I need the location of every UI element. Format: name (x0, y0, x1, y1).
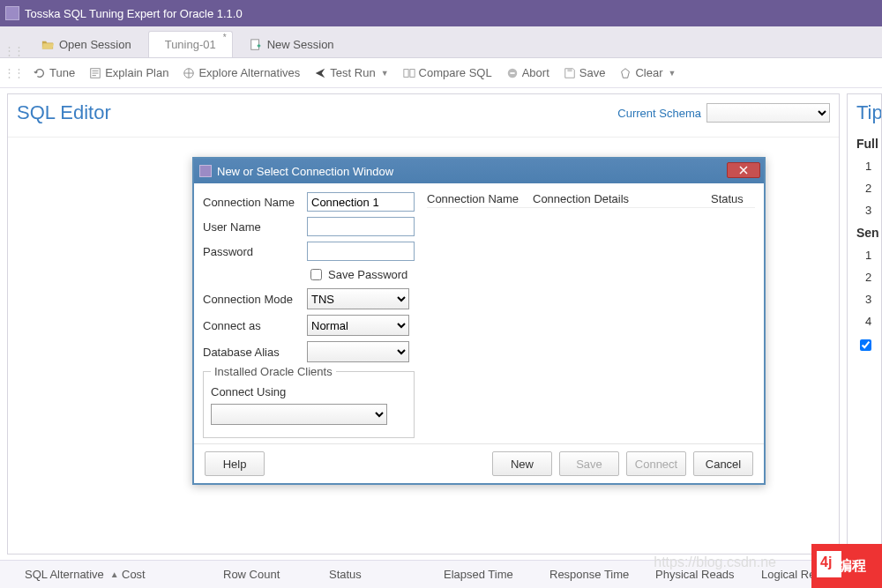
brand-logo: 4j编程 (811, 544, 882, 588)
folder-open-icon (41, 39, 54, 51)
test-run-button[interactable]: Test Run▼ (309, 63, 393, 82)
tips-section-1: Full (856, 137, 881, 151)
save-button[interactable]: Save (558, 63, 611, 82)
col-sql-alternative[interactable]: SQL Alternative▲ (25, 568, 122, 581)
compare-icon (403, 67, 415, 79)
tab-label: Open Session (59, 38, 131, 51)
explain-plan-button[interactable]: Explain Plan (84, 63, 174, 82)
tab-open-session[interactable]: Open Session (25, 31, 148, 57)
abort-button[interactable]: Abort (501, 63, 555, 82)
connect-button[interactable]: Connect (626, 451, 686, 476)
app-icon (5, 6, 19, 20)
tips-item: 2 (856, 182, 881, 195)
label-database-alias: Database Alias (203, 346, 302, 359)
plan-icon (89, 67, 101, 79)
tab-tuning-01[interactable]: Tuning-01 * (148, 31, 233, 57)
sort-asc-icon: ▲ (110, 569, 119, 579)
save-icon (564, 67, 576, 79)
editor-header: SQL Editor Current Schema (8, 94, 839, 138)
password-input[interactable] (307, 242, 415, 261)
schema-area: Current Schema (617, 103, 830, 123)
dialog-titlebar[interactable]: New or Select Connection Window (194, 159, 764, 183)
col-cost[interactable]: Cost (122, 568, 223, 581)
col-conn-status[interactable]: Status (711, 192, 755, 205)
refresh-icon (34, 67, 46, 79)
tips-item: 1 (856, 160, 881, 173)
tab-label: New Session (267, 38, 334, 51)
modified-indicator: * (223, 33, 227, 42)
svg-rect-3 (403, 69, 407, 77)
results-grid-header: SQL Alternative▲ Cost Row Count Status E… (0, 560, 882, 588)
tabstrip-grip: ⋮⋮ (4, 44, 23, 57)
chevron-down-icon: ▼ (381, 69, 389, 78)
explore-alternatives-button[interactable]: Explore Alternatives (177, 63, 305, 82)
col-conn-details[interactable]: Connection Details (533, 192, 711, 205)
label-connection-name: Connection Name (203, 196, 302, 209)
svg-rect-6 (510, 72, 514, 74)
connection-list-header: Connection Name Connection Details Statu… (427, 192, 755, 208)
compare-sql-button[interactable]: Compare SQL (398, 63, 497, 82)
dialog-body: Connection Name User Name Password Save … (194, 183, 764, 443)
toolbar: ⋮⋮ Tune Explain Plan Explore Alternative… (0, 58, 882, 88)
tab-new-session[interactable]: New Session (233, 31, 351, 57)
connection-dialog: New or Select Connection Window Connecti… (192, 157, 766, 485)
connection-name-input[interactable] (307, 192, 415, 212)
cancel-button[interactable]: Cancel (693, 451, 753, 476)
title-bar: Tosska SQL Tuning Expert for Oracle 1.1.… (0, 0, 882, 26)
new-button[interactable]: New (492, 451, 552, 476)
tips-checkbox-row (856, 337, 881, 354)
col-conn-name[interactable]: Connection Name (427, 192, 533, 205)
schema-select[interactable] (706, 103, 830, 123)
save-connection-button[interactable]: Save (559, 451, 619, 476)
schema-label: Current Schema (617, 107, 701, 120)
send-icon (314, 67, 326, 79)
close-button[interactable] (727, 162, 760, 178)
toolbar-grip: ⋮⋮ (4, 66, 23, 79)
col-elapsed-time[interactable]: Elapsed Time (444, 568, 549, 581)
tips-pane: Tips Full 1 2 3 Sen 1 2 3 4 (847, 93, 882, 555)
col-physical-reads[interactable]: Physical Reads (655, 568, 761, 581)
tips-item: 4 (856, 315, 881, 328)
connection-list: Connection Name Connection Details Statu… (427, 192, 755, 438)
col-status[interactable]: Status (329, 568, 444, 581)
connection-mode-select[interactable]: TNS (307, 288, 409, 309)
label-password: Password (203, 245, 302, 258)
tips-checkbox[interactable] (860, 339, 871, 351)
col-response-time[interactable]: Response Time (549, 568, 655, 581)
clear-icon (619, 67, 632, 79)
explore-icon (183, 67, 195, 79)
tips-item: 2 (856, 271, 881, 284)
tips-item: 3 (856, 204, 881, 217)
col-row-count[interactable]: Row Count (223, 568, 329, 581)
help-button[interactable]: Help (205, 451, 265, 476)
chevron-down-icon: ▼ (668, 69, 676, 78)
svg-rect-7 (567, 68, 572, 71)
tune-button[interactable]: Tune (28, 63, 80, 82)
close-icon (739, 166, 748, 175)
label-connect-using: Connect Using (211, 385, 295, 398)
dialog-footer: Help New Save Connect Cancel (194, 443, 764, 483)
window-title: Tosska SQL Tuning Expert for Oracle 1.1.… (25, 7, 243, 20)
editor-title: SQL Editor (17, 101, 111, 124)
connect-as-select[interactable]: Normal (307, 315, 409, 336)
label-connect-as: Connect as (203, 319, 302, 332)
connection-form: Connection Name User Name Password Save … (203, 192, 415, 438)
label-user-name: User Name (203, 220, 302, 234)
label-save-password: Save Password (328, 268, 407, 281)
clear-button[interactable]: Clear▼ (614, 63, 681, 82)
tips-item: 3 (856, 293, 881, 306)
svg-rect-4 (409, 69, 414, 77)
tab-label: Tuning-01 (165, 38, 216, 51)
dialog-icon (199, 165, 212, 177)
connect-using-select[interactable] (211, 404, 387, 425)
user-name-input[interactable] (307, 217, 415, 236)
svg-rect-0 (250, 39, 258, 48)
database-alias-select[interactable] (307, 341, 409, 362)
dialog-title: New or Select Connection Window (217, 165, 393, 178)
tips-title: Tips (856, 101, 881, 124)
save-password-checkbox[interactable] (310, 269, 322, 280)
stop-icon (506, 67, 519, 79)
tips-section-2: Sen (856, 226, 881, 240)
document-plus-icon (250, 39, 262, 51)
installed-clients-fieldset: Installed Oracle Clients Connect Using (203, 371, 415, 438)
